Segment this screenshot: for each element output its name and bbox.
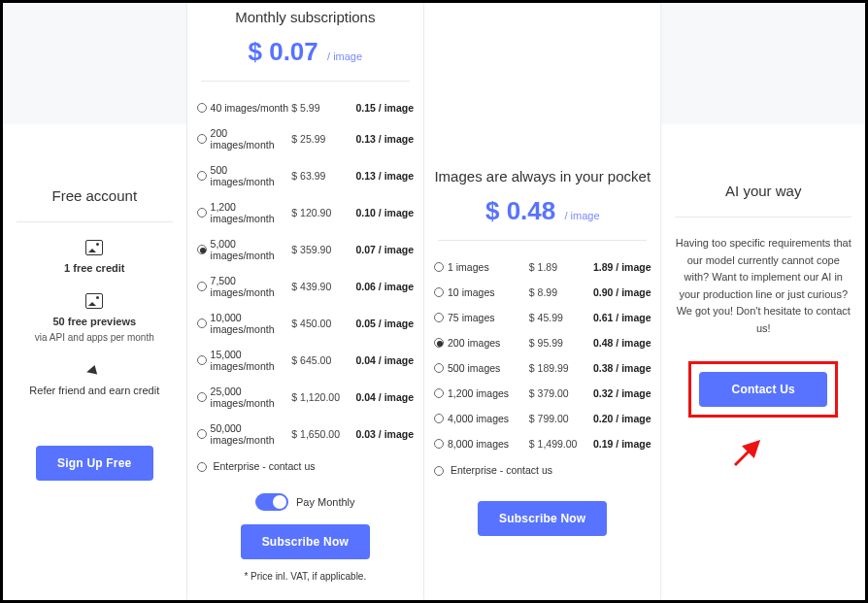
free-title: Free account: [3, 187, 186, 204]
pocket-tier-row[interactable]: 500 images$ 189.990.38 / image: [432, 355, 652, 381]
monthly-tier-row[interactable]: 5,000 images/month$ 359.900.07 / image: [195, 231, 416, 268]
tier-rate: 0.04 / image: [346, 391, 414, 403]
monthly-tier-row[interactable]: 1,200 images/month$ 120.900.10 / image: [195, 194, 416, 231]
tier-label: 1,200 images/month: [211, 201, 292, 224]
signup-button[interactable]: Sign Up Free: [36, 446, 152, 481]
radio-icon: [197, 134, 207, 144]
tier-label: 4,000 images: [448, 413, 529, 424]
tier-price: $ 95.99: [529, 337, 584, 349]
pay-monthly-label: Pay Monthly: [296, 496, 355, 508]
pocket-tiers: 1 images$ 1.891.89 / image10 images$ 8.9…: [424, 254, 660, 456]
monthly-tier-row[interactable]: 7,500 images/month$ 439.900.06 / image: [195, 268, 416, 305]
radio-icon: [197, 392, 207, 402]
radio-icon: [197, 103, 207, 113]
ai-body: Having too specific requirements that ou…: [661, 235, 865, 338]
ai-title: AI your way: [661, 183, 865, 199]
pocket-tier-row[interactable]: 8,000 images$ 1,499.000.19 / image: [432, 431, 652, 456]
tier-rate: 0.03 / image: [346, 428, 414, 440]
tier-price: $ 25.99: [291, 133, 346, 145]
radio-icon: [197, 355, 207, 365]
radio-icon: [197, 429, 207, 439]
tier-rate: 0.90 / image: [584, 286, 651, 298]
plan-ai: AI your way Having too specific requirem…: [661, 3, 865, 600]
radio-icon: [434, 388, 444, 398]
plan-free: Free account 1 free credit 50 free previ…: [3, 3, 187, 600]
tier-rate: 0.32 / image: [584, 387, 651, 399]
pocket-enterprise-label: Enterprise - contact us: [451, 464, 552, 476]
pocket-tier-row[interactable]: 75 images$ 45.990.61 / image: [432, 305, 652, 330]
monthly-tier-row[interactable]: 40 images/month$ 5.990.15 / image: [195, 95, 416, 120]
tier-price: $ 450.00: [291, 318, 346, 329]
radio-icon: [434, 466, 444, 476]
monthly-tier-row[interactable]: 15,000 images/month$ 645.000.04 / image: [195, 342, 416, 379]
radio-icon: [197, 208, 207, 218]
tier-label: 50,000 images/month: [211, 422, 292, 446]
pocket-tier-row[interactable]: 200 images$ 95.990.48 / image: [432, 330, 652, 355]
radio-icon: [197, 245, 207, 254]
monthly-subscribe-button[interactable]: Subscribe Now: [241, 524, 370, 559]
pocket-tier-row[interactable]: 10 images$ 8.990.90 / image: [432, 280, 652, 305]
monthly-tiers: 40 images/month$ 5.990.15 / image200 ima…: [187, 95, 423, 452]
tier-price: $ 359.90: [291, 244, 346, 255]
tier-rate: 0.48 / image: [584, 337, 651, 349]
monthly-tier-row[interactable]: 10,000 images/month$ 450.000.05 / image: [195, 305, 416, 342]
monthly-enterprise-row[interactable]: Enterprise - contact us: [187, 452, 423, 480]
tier-rate: 0.20 / image: [584, 413, 651, 424]
radio-icon: [197, 462, 207, 472]
monthly-price-value: $ 0.07: [249, 37, 318, 66]
tier-price: $ 120.90: [291, 207, 346, 218]
plan-pocket: Images are always in your pocket $ 0.48 …: [424, 3, 661, 600]
pocket-tier-row[interactable]: 4,000 images$ 799.000.20 / image: [432, 406, 652, 431]
pocket-price-per: / image: [564, 210, 599, 221]
free-previews-label: 50 free previews: [11, 314, 179, 330]
free-credit-label: 1 free credit: [11, 260, 179, 277]
tier-label: 40 images/month: [211, 102, 292, 114]
pocket-enterprise-row[interactable]: Enterprise - contact us: [424, 456, 660, 484]
radio-icon: [197, 282, 207, 291]
tier-price: $ 1.89: [529, 261, 584, 273]
tier-label: 8,000 images: [448, 438, 529, 450]
radio-icon: [197, 318, 207, 328]
tier-rate: 0.38 / image: [584, 362, 651, 374]
divider: [17, 221, 173, 222]
callout-arrow-icon: [729, 432, 768, 474]
divider: [675, 217, 851, 218]
tier-price: $ 799.00: [529, 413, 584, 424]
monthly-price-per: / image: [327, 50, 362, 62]
megaphone-icon: [86, 363, 102, 379]
tier-label: 25,000 images/month: [211, 385, 292, 409]
pocket-tier-row[interactable]: 1 images$ 1.891.89 / image: [432, 254, 652, 280]
tier-rate: 0.19 / image: [584, 438, 651, 450]
pocket-price-value: $ 0.48: [485, 196, 555, 225]
tier-label: 5,000 images/month: [211, 238, 292, 261]
tier-rate: 0.06 / image: [346, 281, 414, 292]
monthly-tier-row[interactable]: 200 images/month$ 25.990.13 / image: [195, 120, 416, 157]
pocket-subscribe-button[interactable]: Subscribe Now: [478, 501, 607, 536]
monthly-enterprise-label: Enterprise - contact us: [214, 460, 316, 472]
tier-rate: 0.04 / image: [346, 354, 414, 366]
tier-price: $ 1,499.00: [529, 438, 584, 450]
tier-rate: 1.89 / image: [584, 261, 651, 273]
tier-label: 15,000 images/month: [211, 349, 292, 372]
free-previews-sub: via API and apps per month: [35, 332, 154, 343]
tier-rate: 0.13 / image: [346, 133, 414, 145]
tier-price: $ 379.00: [529, 387, 584, 399]
tier-rate: 0.15 / image: [346, 102, 414, 114]
tier-label: 500 images: [448, 362, 529, 374]
image-icon: [85, 293, 103, 309]
pay-monthly-toggle[interactable]: [255, 493, 288, 511]
pocket-tier-row[interactable]: 1,200 images$ 379.000.32 / image: [432, 381, 652, 406]
tier-label: 7,500 images/month: [211, 275, 292, 298]
monthly-tier-row[interactable]: 50,000 images/month$ 1,650.000.03 / imag…: [195, 416, 416, 452]
monthly-tier-row[interactable]: 500 images/month$ 63.990.13 / image: [195, 157, 416, 194]
svg-line-0: [735, 442, 758, 465]
monthly-title: Monthly subscriptions: [187, 9, 423, 25]
monthly-price: $ 0.07 / image: [187, 37, 423, 67]
tier-price: $ 1,650.00: [291, 428, 346, 440]
contact-highlight-box: Contact Us: [688, 361, 838, 418]
tier-price: $ 189.99: [529, 362, 584, 374]
contact-us-button[interactable]: Contact Us: [699, 372, 827, 407]
monthly-tier-row[interactable]: 25,000 images/month$ 1,120.000.04 / imag…: [195, 379, 416, 416]
tier-price: $ 645.00: [291, 354, 346, 366]
tier-rate: 0.13 / image: [346, 170, 414, 182]
